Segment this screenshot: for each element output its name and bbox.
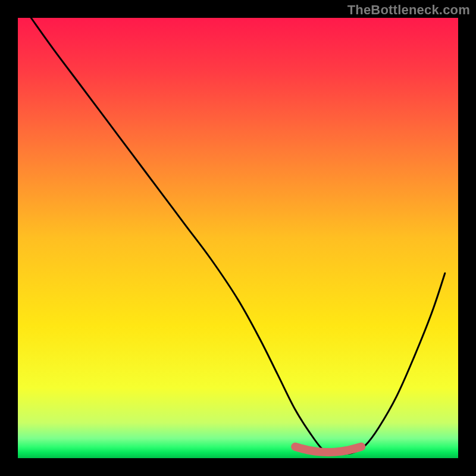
bottleneck-chart bbox=[0, 0, 476, 476]
plot-background bbox=[18, 18, 458, 458]
watermark-text: TheBottleneck.com bbox=[347, 2, 470, 18]
chart-frame: TheBottleneck.com bbox=[0, 0, 476, 476]
